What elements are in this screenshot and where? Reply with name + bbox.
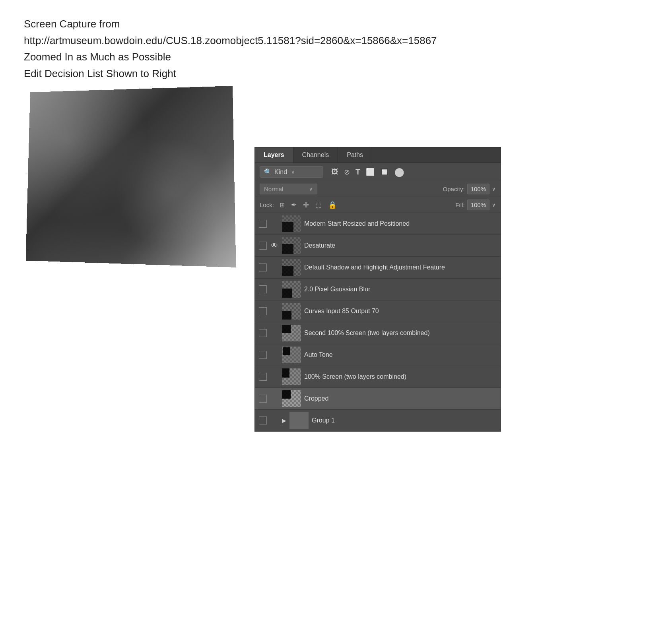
layer-row[interactable]: Second 100% Screen (two layers combined) (255, 322, 501, 344)
layer-name: Desaturate (304, 242, 497, 249)
thumb-dark (282, 368, 289, 378)
header-line2: http://artmuseum.bowdoin.edu/CUS.18.zoom… (24, 33, 437, 49)
kind-dropdown[interactable]: 🔍 Kind ∨ (260, 166, 323, 178)
opacity-label: Opacity: (443, 186, 465, 192)
filter-row: 🔍 Kind ∨ 🖼 ⊘ T ⬜ 🔲 ⬤ (255, 163, 501, 181)
search-icon: 🔍 (264, 168, 272, 176)
layer-name: Auto Tone (304, 351, 497, 358)
circle-icon[interactable]: ⊘ (344, 168, 350, 176)
thumb-dark (282, 311, 291, 320)
layer-name: 2.0 Pixel Gaussian Blur (304, 286, 497, 293)
eye-icon[interactable]: 👁 (270, 242, 279, 250)
layer-visibility-checkbox[interactable] (259, 285, 267, 293)
layer-thumbnail (282, 347, 301, 363)
fill-chevron-icon[interactable]: ∨ (492, 202, 496, 208)
chevron-down-icon: ∨ (291, 169, 295, 175)
blend-mode-dropdown[interactable]: Normal ∨ (260, 184, 317, 194)
fill-input[interactable]: 100% (467, 200, 489, 210)
lock-row: Lock: ⊞ ✒ ✛ ⬚ 🔒 Fill: 100% ∨ (255, 197, 501, 213)
zoomed-image (26, 86, 236, 267)
blend-row: Normal ∨ Opacity: 100% ∨ (255, 181, 501, 197)
lock-transparent-icon[interactable]: ⊞ (280, 201, 285, 209)
circle-fill-icon[interactable]: ⬤ (394, 167, 404, 177)
tab-paths[interactable]: Paths (338, 147, 372, 163)
layer-thumbnail (282, 390, 301, 407)
layer-name: Curves Input 85 Output 70 (304, 308, 497, 315)
opacity-chevron-icon[interactable]: ∨ (492, 186, 496, 192)
thumb-dark (282, 244, 293, 254)
layer-visibility-checkbox[interactable] (259, 307, 267, 315)
fill-label: Fill: (455, 202, 464, 208)
thumb-dark (282, 266, 293, 276)
header-line4: Edit Decision List Shown to Right (24, 66, 437, 82)
layer-visibility-checkbox[interactable] (259, 373, 267, 381)
thumb-dark (282, 222, 293, 232)
lock-all-icon[interactable]: 🔒 (328, 201, 337, 209)
thumb-dark (282, 390, 291, 399)
lock-pixels-icon[interactable]: ✒ (291, 201, 297, 209)
layer-thumbnail (282, 281, 301, 298)
layer-row[interactable]: Modern Start Resized and Positioned (255, 213, 501, 235)
layer-name: Cropped (304, 395, 497, 402)
smart-icon[interactable]: 🔲 (380, 168, 389, 176)
layer-row[interactable]: Cropped (255, 388, 501, 410)
header-section: Screen Capture from http://artmuseum.bow… (24, 16, 437, 82)
layer-name: 100% Screen (two layers combined) (304, 373, 497, 380)
blend-mode-value: Normal (264, 186, 283, 192)
lock-position-icon[interactable]: ✛ (303, 201, 309, 209)
image-icon[interactable]: 🖼 (331, 168, 338, 176)
tab-channels[interactable]: Channels (293, 147, 338, 163)
layer-name: Default Shadow and Highlight Adjustment … (304, 264, 497, 271)
fill-section: Fill: 100% ∨ (455, 200, 496, 210)
layer-thumbnail (282, 303, 301, 320)
layers-panel: Layers Channels Paths 🔍 Kind ∨ 🖼 ⊘ T ⬜ 🔲… (254, 147, 501, 432)
opacity-section: Opacity: 100% ∨ (443, 184, 496, 194)
kind-label: Kind (274, 169, 287, 176)
shape-icon[interactable]: ⬜ (366, 168, 375, 176)
group-thumbnail (289, 412, 309, 429)
panel-tabs: Layers Channels Paths (255, 147, 501, 163)
layer-visibility-checkbox[interactable] (259, 264, 267, 271)
layer-row[interactable]: Curves Input 85 Output 70 (255, 300, 501, 322)
filter-icons: 🖼 ⊘ T ⬜ 🔲 ⬤ (331, 167, 404, 177)
thumb-dark (282, 289, 292, 298)
blend-chevron-icon: ∨ (309, 186, 313, 192)
opacity-input[interactable]: 100% (467, 184, 489, 194)
layer-visibility-checkbox[interactable] (259, 351, 267, 359)
layer-thumbnail (282, 215, 301, 232)
layer-thumbnail (282, 237, 301, 254)
layer-row[interactable]: 👁 Desaturate (255, 235, 501, 257)
lock-icons: ⊞ ✒ ✛ ⬚ 🔒 (280, 201, 337, 209)
layer-visibility-checkbox[interactable] (259, 417, 267, 424)
thumb-dark (283, 347, 290, 355)
layer-thumbnail (282, 259, 301, 276)
group-name: Group 1 (312, 417, 335, 424)
layer-visibility-checkbox[interactable] (259, 242, 267, 250)
layer-name: Modern Start Resized and Positioned (304, 220, 497, 227)
layers-list: Modern Start Resized and Positioned 👁 De… (255, 213, 501, 431)
layer-visibility-checkbox[interactable] (259, 395, 267, 403)
layer-row[interactable]: Default Shadow and Highlight Adjustment … (255, 257, 501, 279)
text-icon[interactable]: T (355, 167, 360, 176)
layer-visibility-checkbox[interactable] (259, 329, 267, 337)
layer-thumbnail (282, 325, 301, 341)
screenshot-image (24, 87, 231, 262)
expand-group-icon[interactable]: ▶ (282, 417, 286, 424)
layer-row[interactable]: 100% Screen (two layers combined) (255, 366, 501, 388)
tab-layers[interactable]: Layers (255, 147, 293, 163)
layer-row[interactable]: 2.0 Pixel Gaussian Blur (255, 279, 501, 300)
lock-label: Lock: (260, 202, 274, 208)
header-line3: Zoomed In as Much as Possible (24, 49, 437, 66)
layer-thumbnail (282, 368, 301, 385)
header-line1: Screen Capture from (24, 16, 437, 33)
thumb-dark (282, 325, 291, 333)
group-row[interactable]: ▶ Group 1 (255, 410, 501, 431)
layer-row[interactable]: Auto Tone (255, 344, 501, 366)
layer-name: Second 100% Screen (two layers combined) (304, 329, 497, 337)
lock-artboard-icon[interactable]: ⬚ (315, 201, 322, 209)
layer-visibility-checkbox[interactable] (259, 220, 267, 228)
